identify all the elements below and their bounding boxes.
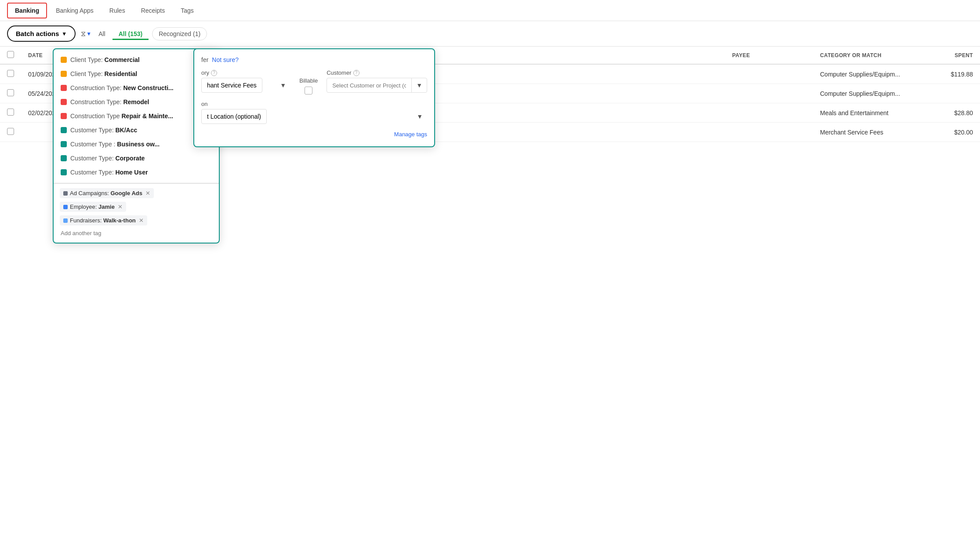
location-select-arrow-icon: ▼ [417, 113, 423, 120]
category-row: ory ? hant Service Fees ▼ Bi [201, 69, 427, 94]
customer-input[interactable] [327, 79, 411, 92]
cell-spent: $119.88 [927, 64, 980, 84]
category-select-arrow-icon: ▼ [280, 82, 286, 89]
cell-category: Computer Supplies/Equipm... [813, 64, 927, 84]
cell-category: Computer Supplies/Equipm... [813, 84, 927, 103]
tag-label: Customer Type: BK/Acc [70, 127, 137, 134]
tab-tags[interactable]: Tags [174, 4, 201, 18]
location-select[interactable]: t Location (optional) [201, 109, 267, 124]
tag-color-dot [61, 127, 67, 133]
row-checkbox[interactable] [7, 128, 14, 135]
not-sure-link[interactable]: Not sure? [212, 56, 239, 63]
customer-help-icon[interactable]: ? [353, 70, 359, 76]
customer-label: Customer [327, 69, 351, 76]
tag-color-dot [61, 85, 67, 91]
col-header-category: CATEGORY OR MATCH [813, 47, 927, 64]
tab-banking[interactable]: Banking [7, 3, 47, 18]
tag-color-dot [61, 113, 67, 119]
billable-label: Billable [299, 77, 318, 84]
filter-icon: ⧖ [81, 30, 86, 38]
filter-tabs: All (153) Recognized (1) [113, 27, 207, 40]
billable-checkbox[interactable] [305, 87, 312, 94]
tag-label: Construction Type: New Constructi... [70, 84, 174, 91]
row-checkbox[interactable] [7, 109, 14, 116]
transfer-row: fer Not sure? [201, 56, 427, 63]
cell-spent: $20.00 [927, 123, 980, 142]
batch-actions-label: Batch actions [16, 30, 59, 37]
tag-label: Client Type: Commercial [70, 56, 140, 63]
col-header-payee: PAYEE [725, 47, 813, 64]
tab-banking-apps[interactable]: Banking Apps [49, 4, 101, 18]
tag-color-dot [61, 99, 67, 105]
tag-color-dot [61, 141, 67, 142]
row-checkbox[interactable] [7, 70, 14, 77]
cell-category: Merchant Service Fees [813, 123, 927, 142]
cell-payee [725, 123, 813, 142]
location-label: on [201, 101, 207, 107]
category-label: ory [201, 69, 209, 76]
row-checkbox[interactable] [7, 89, 14, 96]
tab-rules[interactable]: Rules [102, 4, 132, 18]
filter-all-label: All [98, 30, 105, 37]
cell-payee [725, 84, 813, 103]
filter-button[interactable]: ⧖ ▼ [81, 30, 91, 38]
cell-payee [725, 103, 813, 123]
select-all-checkbox[interactable] [7, 51, 14, 58]
col-header-spent: SPENT [927, 47, 980, 64]
toolbar: Batch actions ▼ ⧖ ▼ All All (153) Recogn… [0, 21, 980, 47]
transfer-label: fer [201, 56, 208, 63]
tag-label: Construction Type Repair & Mainte... [70, 113, 173, 120]
top-navigation: Banking Banking Apps Rules Receipts Tags [0, 0, 980, 21]
tab-receipts[interactable]: Receipts [134, 4, 172, 18]
cell-spent: $28.80 [927, 103, 980, 123]
batch-actions-button[interactable]: Batch actions ▼ [7, 25, 76, 42]
tag-color-dot [61, 71, 67, 77]
filter-arrow-icon: ▼ [86, 31, 91, 37]
category-select[interactable]: hant Service Fees [201, 78, 262, 93]
manage-tags-link[interactable]: Manage tags [201, 130, 427, 139]
location-row: on t Location (optional) ▼ [201, 101, 427, 124]
cell-category: Meals and Entertainment [813, 103, 927, 123]
tag-label: Client Type: Residential [70, 70, 137, 77]
customer-select-arrow-icon[interactable]: ▼ [411, 78, 427, 92]
cell-spent [927, 84, 980, 103]
cell-payee [725, 64, 813, 84]
customer-select-wrap: ▼ [327, 78, 427, 93]
category-help-icon[interactable]: ? [211, 70, 217, 76]
tag-color-dot [61, 57, 67, 63]
tab-all[interactable]: All (153) [113, 28, 149, 40]
batch-actions-arrow-icon: ▼ [62, 31, 67, 37]
right-detail-panel: fer Not sure? ory ? hant Service Fees [193, 48, 435, 142]
tag-label: Construction Type: Remodel [70, 98, 149, 105]
tag-label: Customer Type : Business ow... [70, 141, 160, 142]
tab-recognized[interactable]: Recognized (1) [152, 27, 207, 40]
